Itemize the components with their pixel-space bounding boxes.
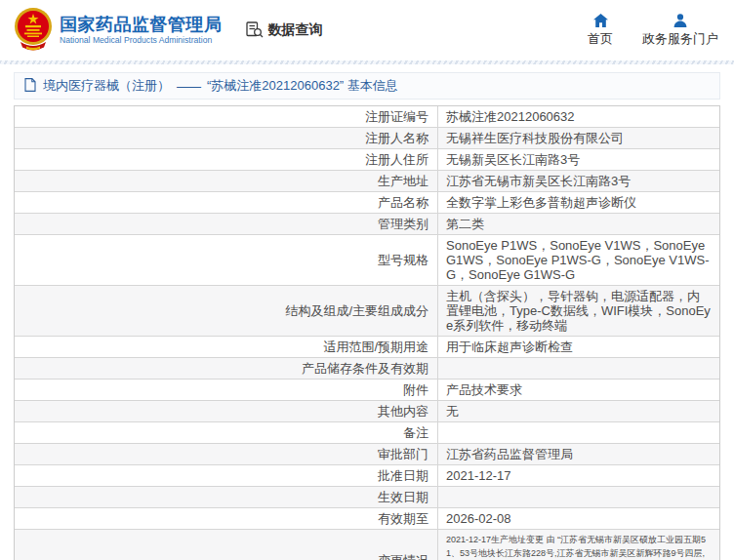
row-label: 适用范围/预期用途 (15, 337, 438, 357)
registration-info-table: 注册证编号 苏械注准20212060632 注册人名称 无锡祥生医疗科技股份有限… (14, 105, 720, 560)
table-row: 结构及组成/主要组成成分 主机（含探头），导针器钩，电源适配器，内置锂电池，Ty… (15, 286, 719, 337)
table-row-change-history: 变更情况 2021-12-17生产地址变更 由 “江苏省无锡市新吴区硕放工业园五… (15, 530, 719, 560)
row-value: 2026-02-08 (438, 508, 719, 529)
table-row: 产品储存条件及有效期 (15, 358, 719, 380)
row-label: 管理类别 (15, 214, 438, 234)
document-search-icon (246, 20, 264, 41)
table-row: 审批部门 江苏省药品监督管理局 (15, 444, 719, 465)
table-row: 生产地址 江苏省无锡市新吴区长江南路3号 (15, 171, 719, 192)
row-value: 江苏省药品监督管理局 (438, 444, 719, 464)
row-value: 全数字掌上彩色多普勒超声诊断仪 (438, 192, 719, 213)
data-query-label: 数据查询 (268, 21, 323, 39)
row-label: 产品名称 (15, 192, 438, 213)
document-icon (24, 78, 36, 95)
nav-home[interactable]: 首页 (588, 14, 613, 48)
national-emblem-icon (14, 6, 53, 55)
row-value: 用于临床超声诊断检查 (438, 337, 719, 357)
brand-title: 国家药品监督管理局 (60, 15, 223, 35)
table-row: 附件 产品技术要求 (15, 380, 719, 401)
row-value: 苏械注准20212060632 (438, 106, 719, 127)
row-value: 2021-12-17生产地址变更 由 “江苏省无锡市新吴区硕放工业园五期51、5… (438, 530, 719, 560)
table-row: 注册证编号 苏械注准20212060632 (15, 106, 719, 128)
table-row: 批准日期 2021-12-17 (15, 465, 719, 487)
site-header: 国家药品监督管理局 National Medical Products Admi… (0, 0, 734, 60)
row-value: 2021-12-17 (438, 465, 719, 486)
row-label: 结构及组成/主要组成成分 (15, 286, 438, 336)
brand-subtitle: National Medical Products Administration (60, 36, 223, 46)
row-value: 无 (438, 401, 719, 421)
table-row: 备注 (15, 422, 719, 444)
page: { "header": { "brand": { "title": "国家药品监… (0, 0, 734, 560)
row-label: 其他内容 (15, 401, 438, 421)
table-row: 有效期至 2026-02-08 (15, 508, 719, 530)
row-label: 有效期至 (15, 508, 438, 529)
row-label: 注册人住所 (15, 149, 438, 170)
row-label: 生产地址 (15, 171, 438, 191)
row-label: 生效日期 (15, 487, 438, 507)
breadcrumb-section: 境内医疗器械（注册） (43, 77, 170, 95)
row-value (438, 358, 719, 379)
row-label: 产品储存条件及有效期 (15, 358, 438, 379)
row-value: 第二类 (438, 214, 719, 234)
row-label: 注册人名称 (15, 128, 438, 148)
table-row: 生效日期 (15, 487, 719, 508)
breadcrumb-separator: —— (177, 79, 200, 94)
nav-gov-portal[interactable]: 政务服务门户 (642, 14, 718, 48)
home-icon (593, 14, 608, 27)
nav-home-label: 首页 (588, 30, 613, 48)
table-row: 产品名称 全数字掌上彩色多普勒超声诊断仪 (15, 192, 719, 214)
table-row: 管理类别 第二类 (15, 214, 719, 235)
row-value: SonoEye P1WS，SonoEye V1WS，SonoEye G1WS，S… (438, 235, 719, 285)
row-label: 变更情况 (15, 530, 438, 560)
row-value: 主机（含探头），导针器钩，电源适配器，内置锂电池，Type-C数据线，WIFI模… (438, 286, 719, 336)
table-row: 适用范围/预期用途 用于临床超声诊断检查 (15, 337, 719, 358)
row-value (438, 422, 719, 443)
row-label: 审批部门 (15, 444, 438, 464)
row-label: 注册证编号 (15, 106, 438, 127)
header-divider (0, 60, 734, 64)
row-value: 江苏省无锡市新吴区长江南路3号 (438, 171, 719, 191)
brand-logo[interactable]: 国家药品监督管理局 National Medical Products Admi… (14, 6, 223, 55)
row-value: 产品技术要求 (438, 380, 719, 400)
nav-gov-portal-label: 政务服务门户 (642, 30, 718, 48)
row-label: 型号规格 (15, 235, 438, 285)
row-value: 无锡祥生医疗科技股份有限公司 (438, 128, 719, 148)
breadcrumb-detail: “苏械注准20212060632” 基本信息 (207, 77, 398, 95)
row-value (438, 487, 719, 507)
table-row: 其他内容 无 (15, 401, 719, 422)
row-value: 无锡新吴区长江南路3号 (438, 149, 719, 170)
user-icon (673, 14, 687, 27)
row-label: 批准日期 (15, 465, 438, 486)
row-label: 附件 (15, 380, 438, 400)
row-label: 备注 (15, 422, 438, 443)
breadcrumb: 境内医疗器械（注册） —— “苏械注准20212060632” 基本信息 (14, 72, 720, 100)
table-row: 注册人名称 无锡祥生医疗科技股份有限公司 (15, 128, 719, 149)
table-row: 型号规格 SonoEye P1WS，SonoEye V1WS，SonoEye G… (15, 235, 719, 286)
table-row: 注册人住所 无锡新吴区长江南路3号 (15, 149, 719, 171)
data-query-menu[interactable]: 数据查询 (246, 20, 323, 41)
